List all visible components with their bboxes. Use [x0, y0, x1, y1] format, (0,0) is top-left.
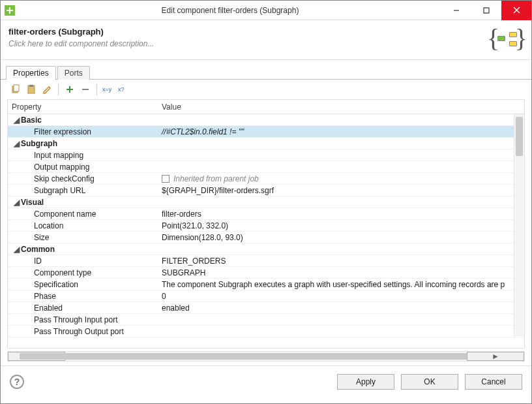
prop-label: Component type — [34, 268, 91, 277]
toolbar: x=y x? — [1, 80, 531, 99]
prop-value[interactable]: Point(321.0, 332.0) — [158, 221, 524, 230]
dialog-footer: ? Apply OK Cancel — [1, 365, 531, 397]
row-enabled[interactable]: Enabled enabled — [8, 302, 524, 314]
caret-icon: ◢ — [12, 116, 21, 125]
group-label: Visual — [21, 198, 44, 207]
paste-button[interactable] — [25, 84, 37, 95]
copy-button[interactable] — [10, 84, 22, 95]
prop-label: Location — [34, 221, 63, 230]
row-component-name[interactable]: Component name filter-orders — [8, 208, 524, 220]
titlebar: Edit component filter-orders (Subgraph) — [1, 1, 531, 20]
column-property[interactable]: Property — [8, 102, 158, 112]
row-phase[interactable]: Phase 0 — [8, 290, 524, 302]
row-pass-through-output[interactable]: Pass Through Output port — [8, 326, 524, 337]
row-pass-through-input[interactable]: Pass Through Input port — [8, 314, 524, 326]
component-title: filter-orders (Subgraph) — [8, 27, 486, 37]
xy-button[interactable]: x=y — [102, 84, 114, 95]
scroll-right-button[interactable]: ► — [467, 352, 524, 361]
horizontal-scrollbar[interactable]: ◄ ► — [7, 351, 525, 362]
cancel-button[interactable]: Cancel — [465, 374, 522, 390]
prop-label: Component name — [34, 210, 96, 219]
prop-label: Output mapping — [34, 163, 89, 172]
row-output-mapping[interactable]: Output mapping — [8, 161, 524, 173]
help-button[interactable]: ? — [10, 375, 24, 389]
toolbar-divider — [58, 84, 59, 95]
row-size[interactable]: Size Dimension(128.0, 93.0) — [8, 232, 524, 243]
svg-rect-7 — [29, 85, 33, 87]
prop-value[interactable]: SUBGRAPH — [158, 268, 524, 277]
group-label: Common — [21, 245, 55, 254]
maximize-button[interactable] — [471, 1, 501, 20]
xq-button[interactable]: x? — [118, 84, 130, 95]
row-specification[interactable]: Specification The component Subgraph exe… — [8, 279, 524, 290]
column-value[interactable]: Value — [158, 102, 524, 112]
group-basic[interactable]: ◢Basic — [8, 114, 524, 126]
row-input-mapping[interactable]: Input mapping — [8, 149, 524, 161]
edit-button[interactable] — [41, 84, 53, 95]
row-location[interactable]: Location Point(321.0, 332.0) — [8, 220, 524, 232]
app-icon — [5, 5, 15, 16]
prop-value[interactable]: FILTER_ORDERS — [158, 256, 524, 266]
row-skip-checkconfig[interactable]: Skip checkConfig Inherited from parent j… — [8, 173, 524, 185]
svg-text:x=y: x=y — [102, 86, 112, 93]
prop-value[interactable]: The component Subgraph executes a graph … — [158, 280, 524, 289]
prop-label: Skip checkConfig — [34, 174, 95, 183]
prop-label: Filter expression — [34, 127, 91, 136]
group-visual[interactable]: ◢Visual — [8, 196, 524, 208]
caret-icon: ◢ — [12, 198, 21, 207]
caret-icon: ◢ — [12, 245, 21, 254]
prop-label: Subgraph URL — [34, 186, 85, 195]
apply-button[interactable]: Apply — [337, 374, 394, 390]
add-button[interactable] — [64, 84, 76, 95]
row-subgraph-url[interactable]: Subgraph URL ${GRAPH_DIR}/filter-orders.… — [8, 185, 524, 196]
table-header: Property Value — [8, 100, 524, 114]
row-filter-expression[interactable]: Filter expression //#CTL2$in.0.field1 !=… — [8, 126, 524, 138]
prop-value[interactable]: Dimension(128.0, 93.0) — [158, 233, 524, 242]
prop-label: Pass Through Output port — [34, 327, 124, 336]
close-button[interactable] — [501, 1, 531, 20]
remove-button[interactable] — [80, 84, 91, 95]
group-common[interactable]: ◢Common — [8, 243, 524, 255]
scrollbar-thumb[interactable] — [516, 117, 523, 156]
window-button-group — [441, 1, 531, 20]
ok-button[interactable]: OK — [401, 374, 458, 390]
subgraph-icon: { } — [491, 27, 524, 55]
prop-label: Specification — [34, 280, 78, 289]
prop-label: Size — [34, 233, 49, 242]
toolbar-divider — [96, 84, 97, 95]
prop-label: Enabled — [34, 303, 63, 313]
prop-value[interactable]: enabled — [158, 303, 524, 313]
group-label: Subgraph — [21, 139, 57, 148]
prop-label: Input mapping — [34, 151, 83, 160]
svg-text:x?: x? — [118, 86, 125, 93]
prop-label: ID — [34, 256, 42, 266]
description-placeholder[interactable]: Click here to edit component description… — [8, 39, 486, 48]
prop-label: Phase — [34, 292, 56, 301]
svg-rect-5 — [14, 85, 19, 91]
prop-label: Pass Through Input port — [34, 315, 118, 324]
row-component-type[interactable]: Component type SUBGRAPH — [8, 267, 524, 279]
group-subgraph[interactable]: ◢Subgraph — [8, 138, 524, 149]
tab-ports[interactable]: Ports — [57, 66, 90, 80]
caret-icon: ◢ — [12, 139, 21, 148]
prop-value[interactable]: //#CTL2$in.0.field1 != "" — [158, 127, 524, 136]
checkbox-icon[interactable] — [162, 175, 170, 183]
dialog-header: filter-orders (Subgraph) Click here to e… — [1, 20, 531, 59]
prop-value[interactable]: filter-orders — [158, 210, 524, 219]
vertical-scrollbar[interactable] — [514, 114, 524, 336]
prop-value[interactable]: 0 — [158, 292, 524, 301]
row-id[interactable]: ID FILTER_ORDERS — [8, 255, 524, 267]
tab-bar: Properties Ports — [1, 63, 531, 80]
scrollbar-thumb[interactable] — [20, 353, 512, 360]
minimize-button[interactable] — [441, 1, 471, 20]
property-table: Property Value ◢Basic Filter expression … — [7, 99, 525, 349]
group-label: Basic — [21, 116, 42, 125]
svg-rect-1 — [484, 8, 489, 13]
prop-value[interactable]: ${GRAPH_DIR}/filter-orders.sgrf — [158, 186, 524, 195]
window-title: Edit component filter-orders (Subgraph) — [19, 6, 441, 15]
inherited-text: Inherited from parent job — [173, 174, 259, 183]
tab-properties[interactable]: Properties — [6, 66, 56, 80]
